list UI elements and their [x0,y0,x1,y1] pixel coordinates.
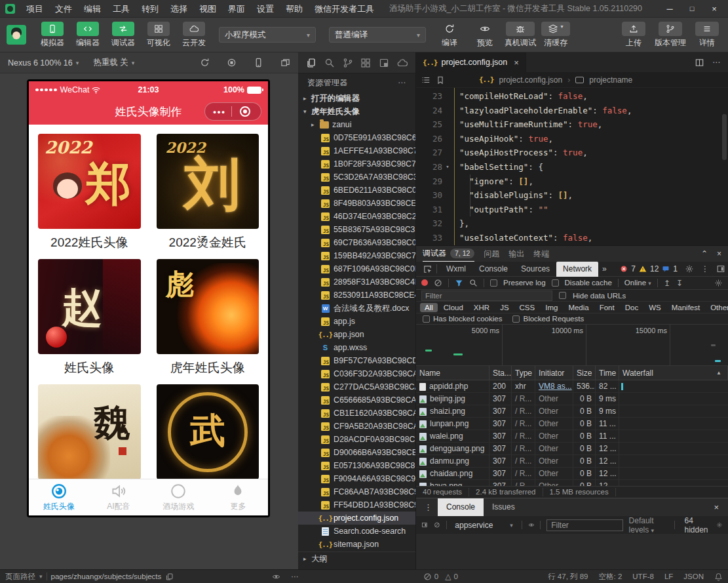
console-sidebar-icon[interactable] [421,521,428,529]
filter-chip-media[interactable]: Media [564,303,593,312]
console-settings-icon[interactable] [716,521,723,529]
filter-chip-js[interactable]: JS [495,303,513,312]
error-badge-icon[interactable] [620,265,628,273]
filter-chip-doc[interactable]: Doc [621,303,643,312]
filter-chip-other[interactable]: Other [706,303,728,312]
close-tab-icon[interactable]: × [514,58,519,68]
column-header-name[interactable]: Name [416,366,489,380]
page-path-value[interactable]: pages/zhuangx/subjects/subjects [51,573,162,580]
notifications-icon[interactable] [714,573,723,581]
code-line-31[interactable]: 31 "outputPath": "" [416,203,728,217]
hot-reload-select[interactable]: 热重载 关▾ [93,57,134,68]
devtools-more-tabs[interactable]: » [598,264,611,273]
avatar[interactable] [7,25,26,45]
phone-tab-flame[interactable]: 更多 [208,479,268,515]
code-line-32[interactable]: 32}, [416,216,728,231]
tree-item-687F1096A93BC98C0E...[interactable]: JS687F1096A93BC98C0E... [298,262,415,275]
devtools-tab-sources[interactable]: Sources [514,262,556,277]
tree-item-46D374E0A93BC98C20...[interactable]: JS46D374E0A93BC98C20... [298,210,415,223]
tree-item-C036F3D2A93BC98CA...[interactable]: JSC036F3D2A93BC98CA... [298,367,415,380]
avatar-tile-4[interactable]: 魏 [38,384,141,479]
outline-list-icon[interactable] [421,75,431,85]
breadcrumb-symbol[interactable]: projectname [589,75,632,85]
inspect-element-icon[interactable] [423,264,432,274]
close-miniprogram-icon[interactable] [240,106,250,117]
blocked-cookies-checkbox[interactable] [423,315,430,323]
tree-item-0D75E991A93BC98C6B...[interactable]: JS0D75E991A93BC98C6B... [298,131,415,144]
restart-icon[interactable] [200,58,210,68]
toolbar-button-code[interactable]: 编辑器 [71,22,105,49]
tree-item-sitemap.json[interactable]: {..}sitemap.json [298,538,415,551]
minimize-button[interactable]: ─ [660,1,680,16]
tree-item-B9F57C76A93BC98CDF...[interactable]: JSB9F57C76A93BC98CDF... [298,354,415,367]
panel-tab-问题[interactable]: 问题 [484,249,499,260]
tab-debugger[interactable]: 调试器7, 12 [423,246,474,262]
menu-1[interactable]: 文件 [49,0,78,18]
indentation[interactable]: 空格: 2 [599,572,623,582]
tree-item-55B83675A93BC98C33...[interactable]: JS55B83675A93BC98C33... [298,223,415,236]
avatar-tile-5[interactable]: 武 [157,384,259,479]
warning-badge-icon[interactable] [639,265,647,273]
tree-item-zanui[interactable]: ▸zanui [298,118,415,131]
code-line-26[interactable]: 26"useApiHook": true, [416,132,728,146]
tree-item-8F49B803A93BC98CE9...[interactable]: JS8F49B803A93BC98CE9... [298,197,415,210]
toolbar-button-layers[interactable]: ▾清缓存 [539,22,573,49]
menu-5[interactable]: 选择 [164,0,193,18]
menu-0[interactable]: 项目 [20,0,49,18]
tree-item-E0571306A93BC98C86...[interactable]: JSE0571306A93BC98C86... [298,459,415,472]
disable-cache-checkbox[interactable] [552,279,559,287]
tree-item-project.config.json[interactable]: {..}project.config.json [298,512,415,525]
tree-item-CB1E1620A93BC98CA...[interactable]: JSCB1E1620A93BC98CA... [298,407,415,420]
warnings-icon[interactable]: △ [445,572,451,581]
errors-icon[interactable] [423,573,432,581]
filter-chip-css[interactable]: CSS [515,303,540,312]
dock-side-icon[interactable] [716,264,725,273]
devtools-settings-icon[interactable] [685,264,694,273]
devtools-tab-console[interactable]: Console [472,262,514,277]
menu-10[interactable]: 微信开发者工具 [309,0,380,18]
drawer-tab-issues[interactable]: Issues [484,498,524,516]
filter-chip-xhr[interactable]: XHR [469,303,494,312]
code-line-25[interactable]: 25"useMultiFrameRuntime": true, [416,117,728,132]
clear-icon[interactable] [434,279,442,287]
nav-forward-icon[interactable] [465,75,474,85]
search-icon[interactable] [324,58,335,68]
network-request-row[interactable]: appidd.php200xhrVM8 as...536...82 ... [416,380,728,393]
editor-scrollbar[interactable] [722,114,727,160]
code-line-29[interactable]: 29 "ignore": [], [416,174,728,189]
filter-chip-font[interactable]: Font [595,303,619,312]
page-path-label[interactable]: 页面路径 [5,572,35,582]
multi-window-icon[interactable] [280,58,290,68]
throttling-select[interactable]: Online ▾ [624,279,651,287]
nav-back-icon[interactable] [450,75,459,85]
eol[interactable]: LF [664,573,673,580]
search-network-icon[interactable] [469,279,478,287]
tree-item-159BB492A93BC98C73...[interactable]: JS159BB492A93BC98C73... [298,249,415,262]
cursor-position[interactable]: 行 47, 列 89 [548,572,588,582]
menu-2[interactable]: 编辑 [78,0,107,18]
panel-tab-终端[interactable]: 终端 [533,249,549,260]
cloud-icon[interactable] [397,58,408,68]
import-har-icon[interactable]: ↥ [664,279,670,287]
network-request-row[interactable]: chaidan.png307/ R...Other0 B12 ... [416,468,728,480]
toolbar-button-grid[interactable]: 可视化 [142,22,176,49]
code-line-33[interactable]: 33"useIsolateContext": false, [416,231,728,245]
stop-icon[interactable] [227,58,237,68]
filter-chip-ws[interactable]: WS [644,303,666,312]
device-select[interactable]: Nexus 6 100% 16▾ [8,58,79,68]
network-request-row[interactable]: dengguang.png307/ R...Other0 B12 ... [416,443,728,455]
network-request-row[interactable]: shaizi.png307/ R...Other0 B9 ms [416,405,728,418]
network-request-row[interactable]: baya.png307/ R...Other0 B12 ... [416,480,728,486]
tree-item-app.js[interactable]: JSapp.js [298,315,415,328]
tab-project-config[interactable]: {..} project.config.json × [416,52,526,72]
tree-item-C6566685A93BC98CA0...[interactable]: JSC6566685A93BC98CA0... [298,393,415,407]
toolbar-button-menu[interactable]: 详情 [693,22,721,49]
close-button[interactable]: × [704,1,724,16]
extensions-icon[interactable] [360,58,371,68]
code-line-28[interactable]: 28▾"babelSetting": { [416,160,728,174]
toolbar-button-swap[interactable]: 调试器 [106,22,140,49]
copy-path-icon[interactable] [165,573,174,581]
toolbar-button-branch[interactable]: 版本管理 [655,22,686,49]
compile-mode-select[interactable]: 普通编译▾ [329,27,426,43]
filter-chip-img[interactable]: Img [541,303,562,312]
